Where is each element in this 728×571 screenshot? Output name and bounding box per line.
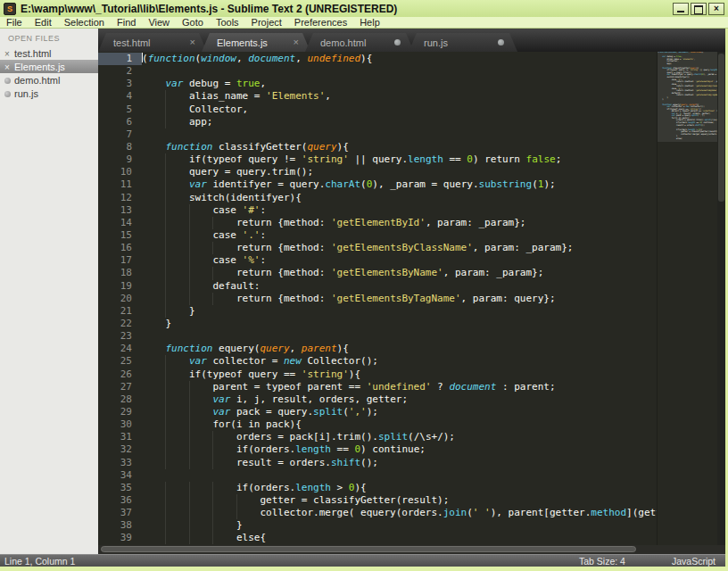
line-number: 8 <box>98 141 142 153</box>
code-line: 34 <box>98 469 658 482</box>
code-line: 21 } <box>98 305 658 318</box>
code-line: 8 function classifyGetter(query){ <box>98 141 658 153</box>
sidebar-item-test-html[interactable]: ×test.html <box>0 46 98 60</box>
menu-file[interactable]: File <box>0 17 29 28</box>
maximize-icon <box>694 5 703 14</box>
vertical-scrollbar[interactable] <box>717 52 725 545</box>
sidebar-item-label: run.js <box>14 88 38 99</box>
code-line: 9 if(typeof query != 'string' || query.l… <box>98 153 658 166</box>
code-line: 30 for(i in pack){ <box>98 418 658 431</box>
minimap[interactable]: 1(function(window, document, undefined){… <box>657 52 717 545</box>
menu-find[interactable]: Find <box>111 17 142 28</box>
tab-elements-js[interactable]: Elements.js× <box>202 33 310 52</box>
menu-bar: FileEditSelectionFindViewGotoToolsProjec… <box>0 17 728 29</box>
code-line: 25 var collector = new Collector(); <box>98 355 658 368</box>
code-line: 3 var debug = true, <box>98 78 658 90</box>
sidebar-item-label: test.html <box>14 48 52 59</box>
line-number: 10 <box>98 166 142 178</box>
vertical-scrollbar-thumb[interactable] <box>718 54 724 202</box>
minimize-icon <box>677 11 684 12</box>
minimize-button[interactable] <box>673 3 689 15</box>
close-button[interactable]: × <box>708 3 724 15</box>
code-line: 12 switch(identifyer){ <box>98 192 658 204</box>
code-line: 17 case '%': <box>98 254 658 267</box>
line-number: 20 <box>98 293 142 305</box>
tab-size-indicator[interactable]: Tab Size: 4 <box>579 556 625 567</box>
sidebar-item-demo-html[interactable]: demo.html <box>0 73 98 87</box>
menu-preferences[interactable]: Preferences <box>288 17 353 28</box>
menu-selection[interactable]: Selection <box>58 17 111 28</box>
horizontal-scrollbar[interactable] <box>98 545 725 554</box>
line-number: 11 <box>98 178 142 191</box>
syntax-indicator[interactable]: JavaScript <box>672 556 716 567</box>
tab-run-js[interactable]: run.js <box>409 33 517 52</box>
code-line: 31 orders = pack[i].trim().split(/\s+/); <box>98 431 658 443</box>
code-line: 14 return {method: 'getElementById', par… <box>98 217 658 229</box>
code-editor[interactable]: 1(function(window, document, undefined){… <box>98 52 725 545</box>
line-number: 21 <box>98 305 142 318</box>
menu-view[interactable]: View <box>142 17 176 28</box>
menu-project[interactable]: Project <box>245 17 288 28</box>
line-number: 18 <box>98 267 142 279</box>
line-number: 17 <box>98 254 142 267</box>
line-number: 9 <box>98 153 142 166</box>
sidebar-item-elements-js[interactable]: ×Elements.js <box>0 60 98 73</box>
menu-tools[interactable]: Tools <box>210 17 245 28</box>
tab-label: Elements.js <box>202 37 294 48</box>
title-bar[interactable]: S E:\wamp\www\_Tutorial\lib\Elements.js … <box>0 0 728 17</box>
sidebar-item-label: Elements.js <box>14 62 65 72</box>
line-number: 12 <box>98 192 142 204</box>
line-number: 3 <box>98 78 142 90</box>
sidebar: OPEN FILES ×test.html×Elements.jsdemo.ht… <box>0 29 98 554</box>
code-line: 1(function(window, document, undefined){ <box>98 53 658 65</box>
code-line: 18 return {method: 'getElementsByName', … <box>98 267 658 279</box>
code-line: 28 var i, j, result, orders, getter; <box>98 393 658 406</box>
tab-dirty-icon <box>498 39 504 46</box>
code-line: 37 collector.merge( equery(orders.join('… <box>98 507 658 519</box>
line-number: 26 <box>98 368 142 381</box>
code-line: 33 result = orders.shift(); <box>98 457 658 469</box>
close-icon[interactable]: × <box>0 62 14 72</box>
code-line: 24 function equery(query, parent){ <box>98 343 658 355</box>
tab-label: test.html <box>98 37 190 48</box>
line-number: 1 <box>98 53 142 65</box>
code-line: 29 var pack = query.split(','); <box>98 406 658 418</box>
code-line: 23 <box>98 330 658 343</box>
line-number: 39 <box>98 532 142 544</box>
tab-label: run.js <box>409 37 498 48</box>
line-number: 14 <box>98 217 142 229</box>
horizontal-scrollbar-thumb[interactable] <box>101 546 636 552</box>
code-line: 20 return {method: 'getElementsByTagName… <box>98 293 658 305</box>
menu-goto[interactable]: Goto <box>176 17 210 28</box>
code-line: 32 if(orders.length == 0) continue; <box>98 443 658 456</box>
line-number: 5 <box>98 103 142 116</box>
dirty-icon[interactable] <box>0 88 14 99</box>
maximize-button[interactable] <box>691 3 707 15</box>
line-number: 30 <box>98 418 142 431</box>
line-number: 25 <box>98 355 142 368</box>
window-title: E:\wamp\www\_Tutorial\lib\Elements.js - … <box>21 3 397 15</box>
dirty-icon[interactable] <box>0 75 14 86</box>
sidebar-item-run-js[interactable]: run.js <box>0 87 98 100</box>
line-number: 15 <box>98 229 142 242</box>
tab-test-html[interactable]: test.html× <box>98 33 207 52</box>
line-number: 34 <box>98 469 142 482</box>
line-number: 6 <box>98 116 142 128</box>
close-icon[interactable]: × <box>0 48 14 59</box>
app-icon: S <box>4 3 16 15</box>
line-number: 36 <box>98 494 142 507</box>
tab-demo-html[interactable]: demo.html <box>305 33 414 52</box>
code-line: 4 alias_name = 'Elements', <box>98 90 658 103</box>
minimap-viewport[interactable] <box>658 52 717 142</box>
line-number: 35 <box>98 482 142 494</box>
code-line: 19 default: <box>98 280 658 293</box>
menu-edit[interactable]: Edit <box>29 17 58 28</box>
line-number: 33 <box>98 457 142 469</box>
cursor-position: Line 1, Column 1 <box>0 556 75 567</box>
tab-label: demo.html <box>305 37 394 48</box>
code-pane[interactable]: 1(function(window, document, undefined){… <box>98 53 658 545</box>
code-line: 27 parent = typeof parent == 'undefined'… <box>98 381 658 393</box>
line-number: 7 <box>98 128 142 141</box>
line-number: 31 <box>98 431 142 443</box>
menu-help[interactable]: Help <box>353 17 386 28</box>
